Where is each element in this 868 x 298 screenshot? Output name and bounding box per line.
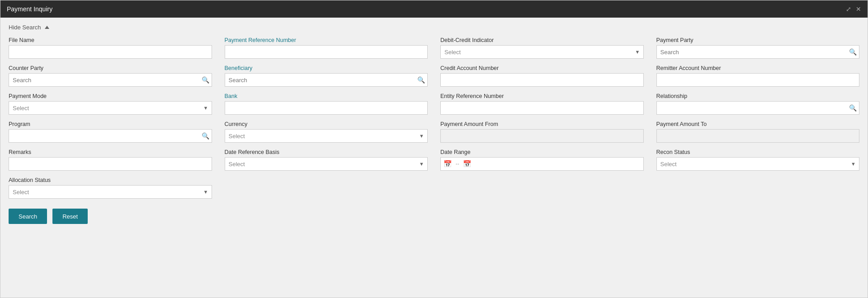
payment-party-input[interactable] <box>656 45 860 59</box>
field-group-payment-party: Payment Party 🔍 <box>656 37 860 59</box>
field-group-currency: Currency Select ▼ <box>225 121 428 143</box>
window-title: Payment Inquiry <box>7 5 52 13</box>
buttons-row: Search Reset <box>9 209 212 224</box>
beneficiary-input[interactable] <box>225 73 428 87</box>
bank-label: Bank <box>225 93 428 99</box>
program-label: Program <box>9 121 212 127</box>
field-group-entity-reference: Entity Reference Number <box>440 93 644 115</box>
field-group-relationship: Relationship 🔍 <box>656 93 860 115</box>
debit-credit-label: Debit-Credit Indicator <box>440 37 644 43</box>
allocation-status-label: Allocation Status <box>9 177 212 183</box>
payment-amount-to-label: Payment Amount To <box>656 121 860 127</box>
recon-status-label: Recon Status <box>656 149 860 155</box>
field-group-credit-account: Credit Account Number <box>440 65 644 87</box>
payment-amount-to-input[interactable] <box>656 129 860 143</box>
title-bar: Payment Inquiry ⤢ ✕ <box>0 0 868 18</box>
payment-mode-label: Payment Mode <box>9 93 212 99</box>
payment-ref-input[interactable] <box>225 45 428 59</box>
date-reference-basis-label: Date Reference Basis <box>225 149 428 155</box>
payment-mode-wrapper: Select ▼ <box>9 101 212 115</box>
payment-amount-from-label: Payment Amount From <box>440 121 644 127</box>
payment-party-label: Payment Party <box>656 37 860 43</box>
counter-party-label: Counter Party <box>9 65 212 71</box>
form-content: Hide Search File Name Counter Party 🔍 <box>0 18 868 298</box>
remitter-account-input[interactable] <box>656 73 860 87</box>
date-range-start-calendar-icon[interactable]: 📅 <box>443 160 452 168</box>
hide-search-toggle[interactable]: Hide Search <box>9 24 859 31</box>
bank-input[interactable] <box>225 101 428 115</box>
payment-mode-select[interactable]: Select <box>9 101 212 115</box>
reset-button[interactable]: Reset <box>52 209 88 224</box>
date-range-wrapper: 📅 ↔ 📅 <box>440 157 644 171</box>
window-controls: ⤢ ✕ <box>846 5 861 13</box>
field-group-file-name: File Name <box>9 37 212 59</box>
recon-status-select[interactable]: Select <box>656 157 860 171</box>
credit-account-label: Credit Account Number <box>440 65 644 71</box>
currency-wrapper: Select ▼ <box>225 129 428 143</box>
date-range-end-calendar-icon[interactable]: 📅 <box>463 160 472 168</box>
field-group-date-reference-basis: Date Reference Basis Select ▼ <box>225 149 428 171</box>
payment-party-wrapper: 🔍 <box>656 45 860 59</box>
recon-status-wrapper: Select ▼ <box>656 157 860 171</box>
date-range-label: Date Range <box>440 149 644 155</box>
debit-credit-wrapper: Select ▼ <box>440 45 644 59</box>
currency-label: Currency <box>225 121 428 127</box>
field-group-payment-mode: Payment Mode Select ▼ <box>9 93 212 115</box>
payment-amount-from-input[interactable] <box>440 129 644 143</box>
field-group-date-range: Date Range 📅 ↔ 📅 <box>440 149 644 171</box>
counter-party-search-icon[interactable]: 🔍 <box>202 76 209 84</box>
entity-reference-input[interactable] <box>440 101 644 115</box>
field-group-beneficiary: Beneficiary 🔍 <box>225 65 428 87</box>
relationship-search-icon[interactable]: 🔍 <box>849 104 857 112</box>
allocation-status-wrapper: Select ▼ <box>9 185 212 199</box>
beneficiary-wrapper: 🔍 <box>225 73 428 87</box>
program-wrapper: 🔍 <box>9 129 212 143</box>
payment-party-search-icon[interactable]: 🔍 <box>849 48 857 56</box>
field-group-counter-party: Counter Party 🔍 <box>9 65 212 87</box>
allocation-status-select[interactable]: Select <box>9 185 212 199</box>
field-group-allocation-status: Allocation Status Select ▼ <box>9 177 212 199</box>
relationship-label: Relationship <box>656 93 860 99</box>
counter-party-input[interactable] <box>9 73 212 87</box>
field-group-payment-amount-from: Payment Amount From <box>440 121 644 143</box>
field-group-recon-status: Recon Status Select ▼ <box>656 149 860 171</box>
form-grid: File Name Counter Party 🔍 Payment Mode S… <box>9 37 859 224</box>
debit-credit-select[interactable]: Select <box>440 45 644 59</box>
beneficiary-search-icon[interactable]: 🔍 <box>417 76 425 84</box>
remitter-account-label: Remitter Account Number <box>656 65 860 71</box>
beneficiary-label: Beneficiary <box>225 65 428 71</box>
date-reference-basis-select[interactable]: Select <box>225 157 428 171</box>
program-input[interactable] <box>9 129 212 143</box>
credit-account-input[interactable] <box>440 73 644 87</box>
field-group-debit-credit: Debit-Credit Indicator Select ▼ <box>440 37 644 59</box>
field-group-remarks: Remarks <box>9 149 212 171</box>
remarks-input[interactable] <box>9 157 212 171</box>
field-group-payment-amount-to: Payment Amount To <box>656 121 860 143</box>
form-col-2: Payment Reference Number Beneficiary 🔍 B… <box>225 37 428 224</box>
date-range-arrow-icon: ↔ <box>455 161 460 167</box>
payment-inquiry-window: Payment Inquiry ⤢ ✕ Hide Search File Nam… <box>0 0 868 298</box>
relationship-wrapper: 🔍 <box>656 101 860 115</box>
field-group-remitter-account: Remitter Account Number <box>656 65 860 87</box>
hide-search-label: Hide Search <box>9 24 41 31</box>
file-name-input[interactable] <box>9 45 212 59</box>
date-reference-basis-wrapper: Select ▼ <box>225 157 428 171</box>
search-button[interactable]: Search <box>9 209 47 224</box>
form-col-1: File Name Counter Party 🔍 Payment Mode S… <box>9 37 212 224</box>
relationship-input[interactable] <box>656 101 860 115</box>
field-group-payment-ref: Payment Reference Number <box>225 37 428 59</box>
currency-select[interactable]: Select <box>225 129 428 143</box>
form-col-3: Debit-Credit Indicator Select ▼ Credit A… <box>440 37 644 224</box>
file-name-label: File Name <box>9 37 212 43</box>
field-group-program: Program 🔍 <box>9 121 212 143</box>
expand-icon[interactable]: ⤢ <box>846 5 851 13</box>
arrow-up-icon <box>45 26 49 29</box>
remarks-label: Remarks <box>9 149 212 155</box>
form-col-4: Payment Party 🔍 Remitter Account Number … <box>656 37 860 224</box>
entity-reference-label: Entity Reference Number <box>440 93 644 99</box>
close-icon[interactable]: ✕ <box>856 5 861 13</box>
program-search-icon[interactable]: 🔍 <box>202 132 209 140</box>
counter-party-wrapper: 🔍 <box>9 73 212 87</box>
payment-ref-label: Payment Reference Number <box>225 37 428 43</box>
field-group-bank: Bank <box>225 93 428 115</box>
